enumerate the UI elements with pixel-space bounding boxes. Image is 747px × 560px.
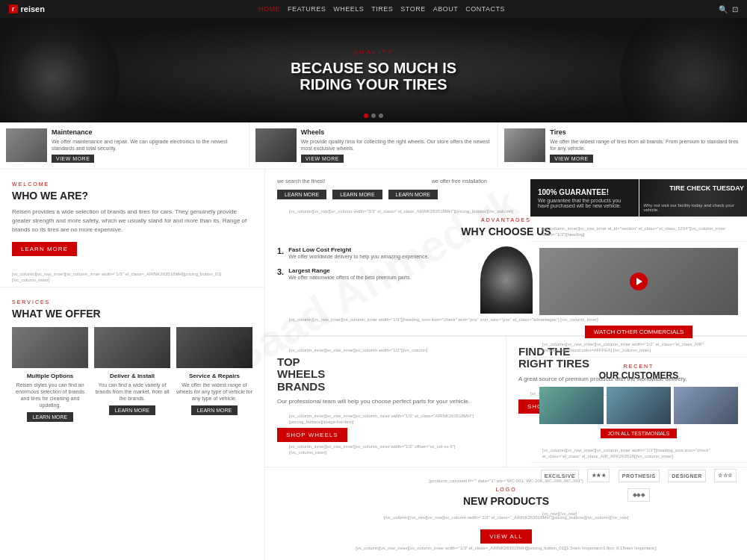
guarantee-row-top: 100% GUARANTEE! We guarantee that the pr… (530, 179, 747, 217)
nav-about[interactable]: ABOUT (433, 5, 459, 13)
deliver-btn[interactable]: LEARN MORE (109, 405, 155, 415)
customer-photo-1 (539, 387, 604, 424)
advantages-left: 1. Fast Low Cost Freight We offer worldw… (277, 246, 471, 281)
wheels-btn[interactable]: VIEW MORE (301, 155, 344, 163)
what-we-offer-title: WHAT WE OFFER (12, 308, 252, 320)
service-maintenance: Maintenance We offer maintenance and rep… (0, 122, 249, 169)
learn-btn-1[interactable]: LEARN MORE (277, 190, 326, 199)
site-header: r reisen HOME FEATURES WHEELS TIRES STOR… (0, 0, 747, 18)
tire-check-sub: Why not visit our facility today and che… (644, 203, 743, 212)
shortcode-5: [vc_column_inner][vc_row_inner][vc_colum… (277, 411, 494, 428)
nav-features[interactable]: FEATURES (288, 5, 326, 13)
multiple-title: Multiple Options (12, 373, 88, 379)
adv-num-1: 1. (277, 246, 284, 255)
learn-btn-2[interactable]: LEARN MORE (332, 190, 382, 199)
learn-btn-3[interactable]: LEARN MORE (388, 190, 438, 199)
learn-more-btn[interactable]: LEARN MORE (12, 242, 77, 256)
hero-dots (364, 113, 383, 118)
header-icons: 🔍 ⊡ (719, 5, 738, 13)
adv-1: 1. Fast Low Cost Freight We offer worldw… (277, 246, 471, 260)
dot-1[interactable] (364, 113, 368, 118)
logo-text: reisen (21, 4, 45, 13)
shortcode-10: [vc_column][vc_row_inner][vc_column_inne… (277, 544, 735, 554)
watch-commercial-btn[interactable]: WATCH OTHER COMMERCIALS (585, 326, 692, 338)
partner-prothesis: PROTHESIS (619, 470, 660, 482)
who-we-are-text: Reisen provides a wide selection of bran… (12, 208, 252, 234)
search-icon[interactable]: 🔍 (719, 5, 728, 13)
dot-3[interactable] (379, 113, 383, 118)
nav-home[interactable]: HOME (258, 5, 280, 13)
testimonials-btn[interactable]: JOIN ALL TESTIMONIALS (601, 429, 678, 438)
shop-wheels-btn[interactable]: SHOP WHEELS (277, 428, 347, 442)
tires-btn[interactable]: VIEW MORE (550, 155, 592, 163)
play-button[interactable] (630, 273, 648, 290)
tires-info: Tires We offer the widest range of tires… (550, 128, 741, 163)
shortcode-right-4: [vc_row][/vc_row] (530, 508, 747, 520)
main-nav: HOME FEATURES WHEELS TIRES STORE ABOUT C… (258, 5, 505, 13)
multiple-image (12, 327, 88, 368)
video-thumbnail[interactable] (539, 248, 738, 315)
tires-desc: We offer the widest range of tires from … (550, 138, 741, 152)
nav-wheels[interactable]: WHEELS (333, 5, 364, 13)
service-image (176, 327, 252, 368)
shortcode-right-1: [vc_column_inner][vc_row_inner el_id="se… (530, 223, 747, 241)
hero-title: BECAUSE SO MUCH IS RIDING YOUR TIRES (291, 60, 456, 93)
who-we-are-title: WHO WE ARE? (12, 190, 252, 202)
tire-check-panel: TIRE CHECK TUESDAY Why not visit our fac… (639, 179, 748, 217)
partner-designer: DESIGNER (668, 470, 706, 482)
wheels-title: Wheels (301, 128, 492, 137)
maintenance-btn[interactable]: VIEW MORE (52, 155, 94, 163)
partners-section: EXCILSIVE ★★★ PROTHESIS DESIGNER ☆☆☆ ◈◈◈ (530, 462, 747, 508)
service-btn[interactable]: LEARN MORE (191, 405, 238, 415)
adv-3: 3. Largest Range We offer nationwide off… (277, 267, 471, 281)
deliver-desc: You can find a wide variety of brands fr… (94, 382, 170, 402)
brands-desc: Our professional team will help you choo… (277, 397, 494, 405)
guarantee-panel-left: 100% GUARANTEE! We guarantee that the pr… (530, 179, 639, 217)
shortcode-right-3: [vc_column][vc_row_inner][vc_column_inne… (530, 444, 747, 463)
dot-2[interactable] (371, 113, 376, 118)
offer-grid: Multiple Options Reisen styles you can f… (12, 327, 252, 422)
customers-title: OUR CUSTOMERS (539, 370, 738, 381)
partner-excilsive: EXCILSIVE (541, 470, 579, 482)
service-title: Service & Repairs (176, 373, 252, 379)
tires-image (504, 128, 545, 162)
what-we-offer-section: SERVICES WHAT WE OFFER Multiple Options … (0, 287, 264, 434)
maintenance-image (6, 128, 47, 162)
tires-title: Tires (550, 128, 741, 137)
services-label: SERVICES (12, 299, 252, 305)
guarantee-title: 100% GUARANTEE! (538, 188, 631, 196)
brands-section: [vc_column_inner][vc_row_inner][vc_colum… (265, 337, 506, 467)
hero-content: QUALITY BECAUSE SO MUCH IS RIDING YOUR T… (291, 49, 456, 93)
nav-store[interactable]: STORE (400, 5, 425, 13)
multiple-btn[interactable]: LEARN MORE (27, 412, 73, 422)
brands-title: TOP WHEELS BRANDS (277, 356, 494, 393)
wheel-center (477, 246, 536, 314)
play-triangle-icon (636, 278, 642, 285)
welcome-label: WELCOME (12, 181, 252, 187)
service-wheels: Wheels We provide quality rims for colle… (249, 122, 499, 169)
hero-quality-label: QUALITY (291, 49, 456, 55)
customers-grid (539, 387, 738, 424)
hero-wheel-left (0, 18, 120, 122)
deliver-title: Deliver & Install (94, 373, 170, 379)
service-desc: We offer the widest range of wheels for … (176, 382, 252, 402)
view-all-btn[interactable]: VIEW ALL (480, 529, 531, 544)
adv-content-1: Fast Low Cost Freight We offer worldwide… (288, 246, 429, 260)
shortcode-1: [vc_column][vc_row_inner][vc_column_inne… (0, 268, 264, 287)
customer-photo-2 (607, 387, 671, 424)
partner-stars2: ☆☆☆ (714, 469, 737, 482)
service-tires: Tires We offer the widest range of tires… (498, 122, 747, 169)
multiple-desc: Reisen styles you can find an enormous s… (12, 382, 88, 408)
offer-service: Service & Repairs We offer the widest ra… (176, 327, 252, 422)
info-label-1: we search the finest! (277, 178, 426, 184)
maintenance-title: Maintenance (52, 128, 243, 137)
offer-multiple: Multiple Options Reisen styles you can f… (12, 327, 88, 422)
guarantee-sub: We guarantee that the products you have … (538, 198, 631, 208)
cart-icon[interactable]: ⊡ (732, 5, 738, 13)
who-we-are-section: WELCOME WHO WE ARE? Reisen provides a wi… (0, 169, 264, 268)
nav-contacts[interactable]: CONTACTS (465, 5, 505, 13)
wheels-image (255, 128, 297, 162)
site-logo[interactable]: r reisen (9, 4, 45, 13)
customers-section: RECENT OUR CUSTOMERS JOIN ALL TESTIMONIA… (530, 357, 747, 444)
nav-tires[interactable]: TIRES (371, 5, 393, 13)
